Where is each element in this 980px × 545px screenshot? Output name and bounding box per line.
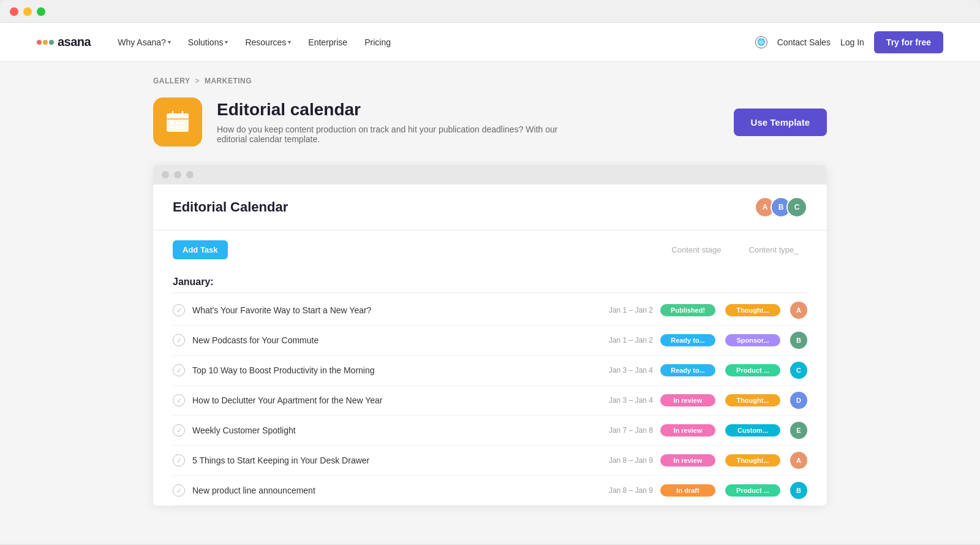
task-row[interactable]: ✓ What's Your Favorite Way to Start a Ne… [173,295,807,326]
avatar-3: C [786,197,807,218]
svg-rect-3 [170,122,174,124]
traffic-light-red[interactable] [10,7,18,16]
svg-rect-6 [170,126,174,129]
nav-why-asana[interactable]: Why Asana? ▾ [110,32,178,52]
task-name: Weekly Customer Spotlight [192,425,584,435]
task-toolbar: Add Task Content stage Content type_ [173,240,807,259]
task-cols: In review Thought... A [660,452,807,469]
type-badge: Sponsor... [725,334,780,346]
template-description: How do you keep content production on tr… [217,124,584,144]
task-avatar: B [790,332,807,349]
task-name: What's Your Favorite Way to Start a New … [192,305,584,315]
task-checkbox[interactable]: ✓ [173,394,185,406]
preview-dot-2 [174,171,181,178]
task-list: ✓ What's Your Favorite Way to Start a Ne… [173,295,807,506]
type-badge: Custom... [725,424,780,436]
chevron-down-icon: ▾ [288,39,291,45]
try-free-button[interactable]: Try for free [874,31,943,53]
logo-dots [37,40,54,45]
stage-badge: In review [660,424,715,436]
task-date: Jan 3 – Jan 4 [592,366,653,375]
task-name: New product line announcement [192,486,584,495]
logo-dot-yellow [43,40,48,45]
nav-resources[interactable]: Resources ▾ [238,32,298,52]
task-cols: In review Custom... E [660,422,807,439]
login-link[interactable]: Log In [840,37,864,47]
task-row[interactable]: ✓ 5 Things to Start Keeping in Your Desk… [173,446,807,476]
type-badge: Thought... [725,454,780,467]
task-row[interactable]: ✓ How to Declutter Your Apartment for th… [173,386,807,416]
task-date: Jan 1 – Jan 2 [592,336,653,345]
type-badge: Product ... [725,484,780,497]
task-name: New Podcasts for Your Commute [192,335,584,345]
calendar-icon [164,109,191,135]
task-row[interactable]: ✓ New Podcasts for Your Commute Jan 1 – … [173,326,807,356]
task-row[interactable]: ✓ New product line announcement Jan 8 – … [173,476,807,506]
svg-rect-5 [181,122,185,124]
svg-rect-7 [176,126,179,129]
task-name: Top 10 Way to Boost Productivity in the … [192,365,584,375]
task-checkbox[interactable]: ✓ [173,424,185,436]
section-january: January: [173,269,807,293]
chevron-down-icon: ▾ [225,39,228,45]
breadcrumb-gallery[interactable]: GALLERY [153,77,190,85]
nav-solutions[interactable]: Solutions ▾ [181,32,236,52]
column-headers: Content stage Content type_ [663,245,807,254]
task-row[interactable]: ✓ Weekly Customer Spotlight Jan 7 – Jan … [173,416,807,446]
logo-dot-green [49,40,54,45]
stage-badge: In review [660,394,715,406]
type-badge: Product ... [725,364,780,376]
task-cols: Published! Thought... A [660,302,807,319]
add-task-button[interactable]: Add Task [173,240,228,259]
task-checkbox[interactable]: ✓ [173,454,185,467]
svg-rect-4 [176,122,179,124]
task-checkbox[interactable]: ✓ [173,484,185,497]
task-checkbox[interactable]: ✓ [173,334,185,346]
nav-pricing[interactable]: Pricing [357,32,398,52]
task-row[interactable]: ✓ Top 10 Way to Boost Productivity in th… [173,356,807,386]
nav-right: 🌐 Contact Sales Log In Try for free [755,31,943,53]
traffic-light-green[interactable] [37,7,45,16]
col-header-type: Content type_ [740,245,807,254]
type-badge: Thought... [725,304,780,316]
task-avatar: D [790,392,807,409]
template-icon [153,97,202,147]
template-header-left: Editorial calendar How do you keep conte… [153,97,584,147]
app-inner: Editorial Calendar A B C [153,185,827,506]
nav-logo[interactable]: asana [37,35,91,49]
task-date: Jan 7 – Jan 8 [592,426,653,435]
globe-icon[interactable]: 🌐 [755,36,767,48]
chevron-down-icon: ▾ [168,39,171,45]
task-cols: Ready to... Product ... C [660,362,807,379]
app-avatars: A B C [755,197,807,218]
task-cols: Ready to... Sponsor... B [660,332,807,349]
task-name: How to Declutter Your Apartment for the … [192,395,584,405]
task-date: Jan 1 – Jan 2 [592,306,653,314]
stage-badge: In draft [660,484,715,497]
task-avatar: C [790,362,807,379]
stage-badge: Published! [660,304,715,316]
task-date: Jan 8 – Jan 9 [592,456,653,465]
stage-badge: Ready to... [660,364,715,376]
preview-dot-3 [186,171,194,178]
logo-text: asana [58,35,91,49]
app-title: Editorial Calendar [173,199,288,215]
task-checkbox[interactable]: ✓ [173,304,185,316]
task-checkbox[interactable]: ✓ [173,364,185,376]
breadcrumb: GALLERY > MARKETING [153,62,827,97]
breadcrumb-separator: > [195,77,200,85]
breadcrumb-marketing[interactable]: MARKETING [205,77,252,85]
task-cols: In draft Product ... B [660,482,807,499]
nav-enterprise[interactable]: Enterprise [301,32,355,52]
preview-dot-1 [162,171,169,178]
stage-badge: In review [660,454,715,467]
app-header: Editorial Calendar A B C [153,185,827,231]
task-name: 5 Things to Start Keeping in Your Desk D… [192,455,584,465]
contact-sales-link[interactable]: Contact Sales [777,37,831,47]
use-template-button[interactable]: Use Template [734,109,827,136]
template-header: Editorial calendar How do you keep conte… [153,97,827,147]
nav-links: Why Asana? ▾ Solutions ▾ Resources ▾ Ent… [110,32,755,52]
template-info: Editorial calendar How do you keep conte… [217,100,584,144]
traffic-light-yellow[interactable] [23,7,32,16]
task-date: Jan 3 – Jan 4 [592,396,653,405]
